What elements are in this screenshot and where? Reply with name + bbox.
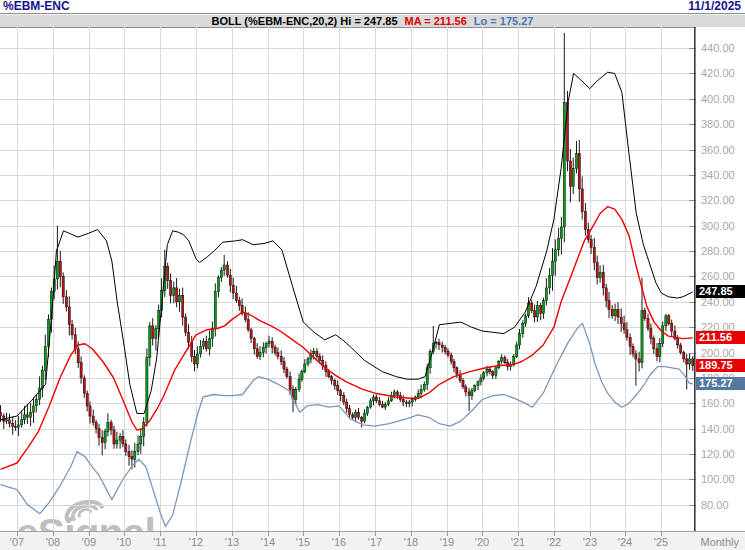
x-axis-tick-label: '21	[503, 536, 533, 548]
y-axis-tick-label: 300.00	[701, 220, 735, 232]
x-axis-tick-label: '17	[360, 536, 390, 548]
x-axis-tick-label: '12	[181, 536, 211, 548]
y-axis-tick-label: 200.00	[701, 347, 735, 359]
y-axis-tick-label: 380.00	[701, 118, 735, 130]
y-axis-tick-label: 80.00	[701, 499, 729, 511]
x-axis-tick-label: '14	[253, 536, 283, 548]
bollinger-lower-price-box: 175.27	[696, 377, 745, 390]
y-axis-tick-label: 120.00	[701, 448, 735, 460]
y-axis-tick-label: 360.00	[701, 144, 735, 156]
indicator-ma-label: MA = 211.56	[405, 15, 467, 27]
x-axis-tick-label: '11	[145, 536, 175, 548]
indicator-name-label: BOLL (%EBM-ENC,20,2)	[212, 15, 338, 27]
interval-label: Monthly	[700, 536, 739, 548]
y-axis-tick-label: 440.00	[701, 42, 735, 54]
y-axis-tick-label: 140.00	[701, 423, 735, 435]
bollinger-bands-layer	[1, 72, 693, 526]
chart-window: %EBM-ENC 11/1/2025 BOLL (%EBM-ENC,20,2) …	[0, 0, 745, 550]
x-axis-tick-label: '08	[38, 536, 68, 548]
bollinger-upper-price-box: 247.85	[696, 285, 745, 298]
y-axis-tick-label: 320.00	[701, 194, 735, 206]
y-axis-tick-label: 160.00	[701, 397, 735, 409]
x-axis-tick-label: '07	[2, 536, 32, 548]
y-axis-tick-label: 400.00	[701, 93, 735, 105]
bollinger-ma-price-box: 211.56	[696, 331, 745, 344]
x-axis-tick-label: '13	[217, 536, 247, 548]
y-axis-tick-label: 420.00	[701, 67, 735, 79]
last-date-label: 11/1/2025	[688, 0, 741, 13]
price-chart-svg[interactable]	[0, 27, 696, 531]
indicator-bar: BOLL (%EBM-ENC,20,2) Hi = 247.85 MA = 21…	[0, 14, 745, 28]
x-axis-tick-label: '18	[396, 536, 426, 548]
x-axis-tick-label: '25	[646, 536, 676, 548]
y-axis-tick-label: 340.00	[701, 169, 735, 181]
chart-title-row: %EBM-ENC 11/1/2025	[0, 0, 745, 14]
x-axis-tick-label: '23	[575, 536, 605, 548]
indicator-lo-label: Lo = 175.27	[474, 15, 534, 27]
x-axis-tick-label: '19	[432, 536, 462, 548]
y-axis-tick-label: 100.00	[701, 473, 735, 485]
indicator-hi-label: Hi = 247.85	[337, 15, 397, 27]
chart-plot-area[interactable]: eSignal	[0, 27, 696, 531]
time-axis[interactable]: Monthly '07'08'09'10'11'12'13'14'15'16'1…	[0, 531, 745, 550]
price-axis[interactable]: 440.00420.00400.00380.00360.00340.00320.…	[696, 27, 745, 531]
y-axis-tick-label: 280.00	[701, 245, 735, 257]
x-axis-tick-label: '16	[324, 536, 354, 548]
x-axis-tick-label: '09	[74, 536, 104, 548]
symbol-label: %EBM-ENC	[3, 0, 70, 13]
x-axis-tick-label: '10	[109, 536, 139, 548]
x-axis-tick-label: '15	[288, 536, 318, 548]
last-price-price-box: 189.75	[696, 359, 745, 372]
gridlines	[0, 27, 696, 531]
x-axis-tick-label: '24	[610, 536, 640, 548]
x-axis-tick-label: '22	[539, 536, 569, 548]
x-axis-tick-label: '20	[467, 536, 497, 548]
y-axis-tick-label: 260.00	[701, 270, 735, 282]
